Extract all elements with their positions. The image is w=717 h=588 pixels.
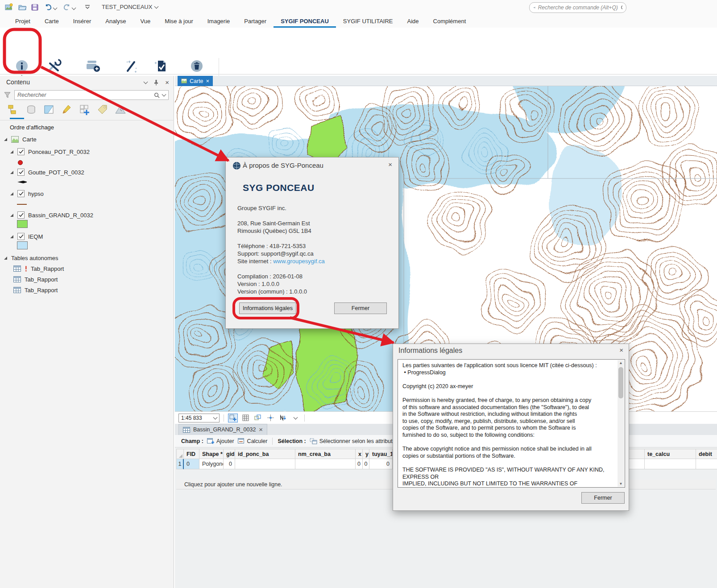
select-by-attributes-button[interactable]: Sélectionner selon les attributs [310, 438, 395, 444]
redo-icon[interactable] [62, 3, 71, 11]
pin-icon[interactable] [153, 79, 159, 86]
open-project-icon[interactable] [18, 3, 27, 11]
layer-symbol-red-point[interactable] [18, 158, 23, 167]
filter-icon[interactable] [4, 91, 12, 99]
cell-shape[interactable]: Polygone [199, 459, 224, 469]
expander-icon[interactable] [4, 137, 8, 141]
close-about-button[interactable]: Fermer [334, 302, 387, 314]
license-textbox[interactable]: Les parties suivantes de l'application s… [398, 359, 625, 488]
crosshair-icon[interactable] [265, 414, 275, 422]
column-header-x[interactable]: x [356, 449, 363, 459]
command-search-input[interactable]: Recherche de commande (Alt+Q) [529, 2, 626, 13]
tree-item-table[interactable]: Tab_Rapport [13, 286, 58, 294]
scale-select[interactable]: 1:45 833 [178, 414, 220, 422]
cell-id-ponc-ba[interactable] [235, 459, 295, 469]
tab-aide[interactable]: Aide [400, 15, 426, 28]
column-header-y[interactable]: y [363, 449, 369, 459]
row-number-cell[interactable]: 1 [176, 459, 184, 469]
layer-symbol-black-arrow[interactable] [17, 178, 28, 186]
table-tab-bassin[interactable]: Bassin_GRAND_R_0032 × [178, 424, 267, 435]
tree-item-layer[interactable]: Goutte_POT_R_0032 [10, 168, 84, 177]
cell-y[interactable]: 0 [363, 459, 369, 469]
customize-quick-access-icon[interactable] [84, 3, 93, 11]
tree-item-layer[interactable]: IEQM [10, 232, 43, 241]
layer-symbol-green-fill[interactable] [17, 219, 28, 228]
tab-imagerie[interactable]: Imagerie [200, 15, 237, 28]
column-header-nm-crea-ba[interactable]: nm_crea_ba [295, 449, 356, 459]
undo-dropdown-icon[interactable] [54, 3, 58, 11]
tree-item-layer[interactable]: Ponceau_POT_R_0032 [10, 147, 90, 156]
tab-partager[interactable]: Partager [237, 15, 274, 28]
layer-checkbox[interactable] [17, 190, 25, 197]
cell-te-calcu[interactable] [645, 459, 696, 469]
tree-item-tables-autonomes[interactable]: Tables autonomes [4, 253, 58, 262]
column-header-id-ponc-ba[interactable]: id_ponc_ba [235, 449, 295, 459]
list-by-selection-icon[interactable] [43, 104, 55, 116]
tab-inserer[interactable]: Insérer [66, 15, 98, 28]
cell-nm-crea-ba[interactable] [295, 459, 356, 469]
tab-carte[interactable]: Carte [37, 15, 66, 28]
layer-symbol-blue-fill[interactable] [17, 241, 28, 250]
close-table-tab-icon[interactable]: × [259, 427, 263, 433]
save-project-icon[interactable] [30, 3, 39, 11]
tab-sygif-ponceau[interactable]: SYGIF PONCEAU [274, 15, 336, 28]
redo-dropdown-icon[interactable] [72, 3, 77, 11]
legal-info-button[interactable]: Informations légales [239, 302, 296, 314]
list-by-snapping-icon[interactable] [79, 104, 91, 116]
close-about-dialog-icon[interactable]: × [388, 161, 392, 168]
column-header-debit[interactable]: debit [696, 449, 717, 459]
scroll-down-icon[interactable]: ▼ [618, 481, 623, 486]
layer-checkbox[interactable] [17, 233, 25, 240]
tree-item-carte[interactable]: Carte [4, 135, 37, 144]
add-field-button[interactable]: Ajouter [207, 438, 234, 444]
cell-x[interactable]: 0 [356, 459, 363, 469]
layer-checkbox[interactable] [17, 211, 25, 219]
cell-fid[interactable]: 0 [184, 459, 199, 469]
scrollbar[interactable]: ▲ ▼ [618, 360, 624, 487]
tree-item-layer[interactable]: Bassin_GRAND_R_0032 [10, 211, 93, 219]
expander-icon[interactable] [10, 192, 14, 196]
grid-corner-cell[interactable] [176, 449, 184, 459]
column-header-shape[interactable]: Shape * [199, 449, 224, 459]
undo-icon[interactable] [44, 3, 53, 11]
map-tab-carte[interactable]: Carte × [178, 76, 213, 86]
column-header-fid[interactable]: FID [184, 449, 199, 459]
list-by-drawing-order-icon[interactable] [7, 104, 20, 116]
list-by-perspective-icon[interactable] [114, 104, 127, 116]
cell-tuyau-1[interactable]: 0 [369, 459, 393, 469]
contents-search-input[interactable]: Rechercher [14, 90, 169, 100]
tab-mise-a-jour[interactable]: Mise à jour [157, 15, 200, 28]
column-header-tuyau-1[interactable]: tuyau_1 [369, 449, 393, 459]
layout-guides-icon[interactable] [253, 414, 263, 422]
chevron-down-icon[interactable] [290, 414, 300, 422]
layer-symbol-brown-line[interactable] [17, 200, 27, 209]
close-legal-button[interactable]: Fermer [581, 492, 625, 504]
tab-analyse[interactable]: Analyse [98, 15, 133, 28]
grid-icon[interactable] [240, 414, 250, 422]
new-project-icon[interactable] [4, 3, 13, 11]
calculate-field-button[interactable]: Calculer [238, 438, 268, 444]
tab-vue[interactable]: Vue [133, 15, 157, 28]
expander-icon[interactable] [10, 150, 14, 154]
layer-checkbox[interactable] [17, 169, 25, 176]
website-link[interactable]: www.groupesygif.ca [273, 258, 325, 265]
project-title[interactable]: TEST_PONCEAUX [102, 4, 158, 10]
grid-add-icon[interactable] [228, 414, 238, 422]
cell-debit[interactable] [696, 459, 717, 469]
list-by-data-source-icon[interactable] [25, 104, 37, 116]
north-arrow-icon[interactable] [278, 414, 288, 422]
list-by-editing-icon[interactable] [61, 104, 73, 116]
close-map-tab-icon[interactable]: × [206, 78, 210, 84]
layer-checkbox[interactable] [17, 148, 25, 155]
close-legal-dialog-icon[interactable]: × [619, 347, 623, 353]
cell-gid[interactable]: 0 [224, 459, 235, 469]
column-header-te-calcu[interactable]: te_calcu [645, 449, 696, 459]
tree-item-table[interactable]: Tab_Rapport [13, 264, 64, 273]
list-by-labeling-icon[interactable] [96, 104, 109, 116]
tab-complement[interactable]: Complément [426, 15, 473, 28]
tab-sygif-utilitaire[interactable]: SYGIF UTILITAIRE [336, 15, 400, 28]
expander-icon[interactable] [10, 170, 14, 174]
tree-item-layer[interactable]: hypso [10, 189, 44, 198]
column-header-gid[interactable]: gid [224, 449, 235, 459]
tab-projet[interactable]: Projet [8, 15, 37, 28]
